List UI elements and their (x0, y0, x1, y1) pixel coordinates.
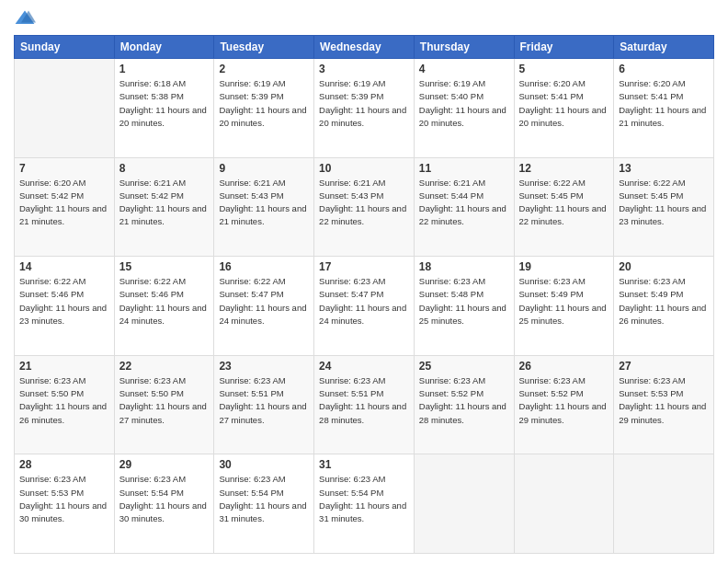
day-number: 13 (619, 162, 709, 175)
daylight-label: Daylight: 11 hours and 29 minutes. (619, 401, 706, 424)
day-info: Sunrise: 6:20 AM Sunset: 5:41 PM Dayligh… (619, 77, 709, 130)
calendar-cell: 13 Sunrise: 6:22 AM Sunset: 5:45 PM Dayl… (614, 157, 714, 257)
day-number: 14 (19, 260, 109, 273)
daylight-label: Daylight: 11 hours and 22 minutes. (519, 203, 607, 226)
daylight-label: Daylight: 11 hours and 26 minutes. (19, 401, 107, 424)
day-number: 27 (619, 360, 709, 373)
calendar-cell: 3 Sunrise: 6:19 AM Sunset: 5:39 PM Dayli… (314, 59, 415, 158)
sunset-label: Sunset: 5:47 PM (319, 289, 383, 299)
daylight-label: Daylight: 11 hours and 21 minutes. (119, 203, 207, 226)
calendar-cell: 2 Sunrise: 6:19 AM Sunset: 5:39 PM Dayli… (214, 59, 314, 158)
calendar-week-2: 14 Sunrise: 6:22 AM Sunset: 5:46 PM Dayl… (15, 257, 714, 356)
sunset-label: Sunset: 5:39 PM (319, 91, 383, 101)
sunrise-label: Sunrise: 6:20 AM (19, 178, 85, 188)
sunset-label: Sunset: 5:53 PM (619, 388, 683, 398)
day-number: 25 (419, 360, 509, 373)
sunrise-label: Sunrise: 6:23 AM (19, 375, 85, 385)
calendar-cell: 23 Sunrise: 6:23 AM Sunset: 5:51 PM Dayl… (214, 355, 314, 454)
sunrise-label: Sunrise: 6:23 AM (419, 276, 485, 286)
daylight-label: Daylight: 11 hours and 20 minutes. (519, 105, 607, 128)
daylight-label: Daylight: 11 hours and 22 minutes. (319, 203, 406, 226)
daylight-label: Daylight: 11 hours and 20 minutes. (419, 105, 506, 128)
sunrise-label: Sunrise: 6:21 AM (319, 178, 385, 188)
day-number: 18 (419, 260, 509, 273)
day-info: Sunrise: 6:19 AM Sunset: 5:39 PM Dayligh… (319, 77, 409, 130)
daylight-label: Daylight: 11 hours and 24 minutes. (219, 303, 306, 326)
sunrise-label: Sunrise: 6:19 AM (319, 78, 385, 88)
sunrise-label: Sunrise: 6:21 AM (119, 178, 186, 188)
daylight-label: Daylight: 11 hours and 23 minutes. (19, 303, 107, 326)
sunset-label: Sunset: 5:43 PM (219, 190, 283, 201)
daylight-label: Daylight: 11 hours and 28 minutes. (419, 401, 506, 424)
calendar-table: SundayMondayTuesdayWednesdayThursdayFrid… (14, 35, 714, 554)
calendar-cell: 6 Sunrise: 6:20 AM Sunset: 5:41 PM Dayli… (614, 59, 714, 158)
day-info: Sunrise: 6:22 AM Sunset: 5:45 PM Dayligh… (619, 177, 709, 229)
sunrise-label: Sunrise: 6:22 AM (519, 178, 586, 188)
sunset-label: Sunset: 5:52 PM (419, 388, 483, 398)
header (14, 9, 714, 28)
day-info: Sunrise: 6:23 AM Sunset: 5:53 PM Dayligh… (619, 374, 709, 427)
col-header-monday: Monday (114, 36, 214, 59)
sunset-label: Sunset: 5:54 PM (119, 488, 184, 498)
day-info: Sunrise: 6:23 AM Sunset: 5:47 PM Dayligh… (319, 275, 409, 327)
sunrise-label: Sunrise: 6:23 AM (619, 375, 685, 385)
logo-icon (14, 9, 36, 28)
daylight-label: Daylight: 11 hours and 26 minutes. (619, 303, 706, 326)
sunset-label: Sunset: 5:46 PM (119, 289, 184, 299)
sunset-label: Sunset: 5:41 PM (619, 91, 683, 101)
calendar-cell: 16 Sunrise: 6:22 AM Sunset: 5:47 PM Dayl… (214, 257, 314, 356)
daylight-label: Daylight: 11 hours and 20 minutes. (119, 105, 207, 128)
day-number: 10 (319, 162, 409, 175)
daylight-label: Daylight: 11 hours and 20 minutes. (219, 105, 306, 128)
calendar-cell: 8 Sunrise: 6:21 AM Sunset: 5:42 PM Dayli… (114, 157, 214, 257)
day-number: 30 (219, 458, 309, 471)
daylight-label: Daylight: 11 hours and 27 minutes. (219, 401, 306, 424)
sunrise-label: Sunrise: 6:23 AM (219, 474, 285, 484)
sunrise-label: Sunrise: 6:19 AM (219, 78, 285, 88)
day-info: Sunrise: 6:23 AM Sunset: 5:51 PM Dayligh… (219, 374, 309, 427)
calendar-cell: 1 Sunrise: 6:18 AM Sunset: 5:38 PM Dayli… (114, 59, 214, 158)
calendar-cell: 20 Sunrise: 6:23 AM Sunset: 5:49 PM Dayl… (614, 257, 714, 356)
sunrise-label: Sunrise: 6:20 AM (519, 78, 586, 88)
day-info: Sunrise: 6:21 AM Sunset: 5:43 PM Dayligh… (319, 177, 409, 229)
sunset-label: Sunset: 5:50 PM (19, 388, 84, 398)
col-header-friday: Friday (514, 36, 614, 59)
calendar-cell: 28 Sunrise: 6:23 AM Sunset: 5:53 PM Dayl… (15, 454, 115, 554)
calendar-cell (514, 454, 614, 554)
day-number: 16 (219, 260, 309, 273)
day-number: 29 (119, 458, 210, 471)
daylight-label: Daylight: 11 hours and 25 minutes. (419, 303, 506, 326)
sunrise-label: Sunrise: 6:22 AM (19, 276, 85, 286)
day-info: Sunrise: 6:23 AM Sunset: 5:54 PM Dayligh… (319, 473, 409, 525)
sunrise-label: Sunrise: 6:23 AM (319, 375, 385, 385)
calendar-cell: 26 Sunrise: 6:23 AM Sunset: 5:52 PM Dayl… (514, 355, 614, 454)
daylight-label: Daylight: 11 hours and 30 minutes. (19, 500, 107, 523)
sunset-label: Sunset: 5:45 PM (519, 190, 584, 201)
day-info: Sunrise: 6:23 AM Sunset: 5:50 PM Dayligh… (19, 374, 109, 427)
calendar-cell: 10 Sunrise: 6:21 AM Sunset: 5:43 PM Dayl… (314, 157, 415, 257)
day-number: 3 (319, 63, 409, 75)
calendar-cell: 24 Sunrise: 6:23 AM Sunset: 5:51 PM Dayl… (314, 355, 415, 454)
sunset-label: Sunset: 5:54 PM (219, 488, 283, 498)
daylight-label: Daylight: 11 hours and 21 minutes. (19, 203, 107, 226)
sunset-label: Sunset: 5:52 PM (519, 388, 584, 398)
day-number: 15 (119, 260, 210, 273)
sunrise-label: Sunrise: 6:23 AM (119, 375, 186, 385)
daylight-label: Daylight: 11 hours and 22 minutes. (419, 203, 506, 226)
day-info: Sunrise: 6:23 AM Sunset: 5:48 PM Dayligh… (419, 275, 509, 327)
day-info: Sunrise: 6:18 AM Sunset: 5:38 PM Dayligh… (119, 77, 210, 130)
sunset-label: Sunset: 5:42 PM (19, 190, 84, 201)
day-number: 21 (19, 360, 109, 373)
day-number: 26 (519, 360, 609, 373)
sunset-label: Sunset: 5:53 PM (19, 488, 84, 498)
sunrise-label: Sunrise: 6:23 AM (619, 276, 685, 286)
day-number: 24 (319, 360, 409, 373)
daylight-label: Daylight: 11 hours and 21 minutes. (219, 203, 306, 226)
day-info: Sunrise: 6:23 AM Sunset: 5:53 PM Dayligh… (19, 473, 109, 525)
calendar-cell: 9 Sunrise: 6:21 AM Sunset: 5:43 PM Dayli… (214, 157, 314, 257)
sunrise-label: Sunrise: 6:22 AM (219, 276, 285, 286)
day-info: Sunrise: 6:20 AM Sunset: 5:41 PM Dayligh… (519, 77, 609, 130)
day-number: 19 (519, 260, 609, 273)
calendar-header-row: SundayMondayTuesdayWednesdayThursdayFrid… (15, 36, 714, 59)
daylight-label: Daylight: 11 hours and 31 minutes. (319, 500, 406, 523)
